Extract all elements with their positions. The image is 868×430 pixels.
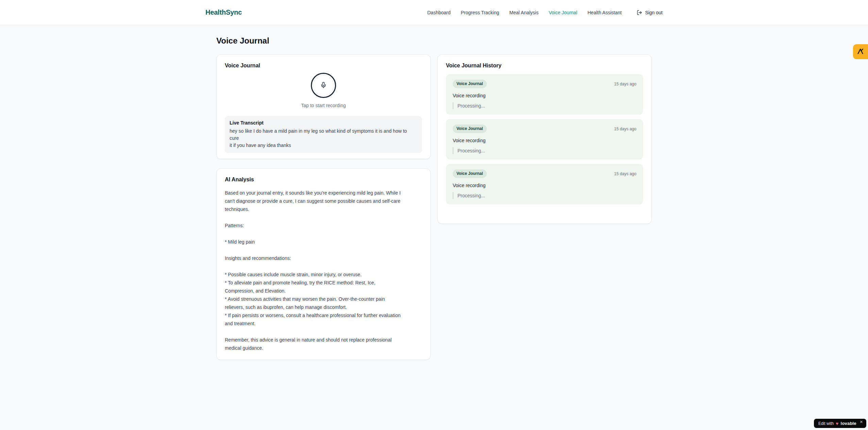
ai-analysis-card: AI Analysis Based on your journal entry,…: [216, 168, 431, 360]
log-out-icon: [637, 10, 642, 15]
sign-out-button[interactable]: Sign out: [637, 10, 663, 15]
edit-badge-brand: lovable: [841, 421, 856, 426]
right-column: Voice Journal History Voice Journal 15 d…: [437, 54, 652, 224]
recorder-body: Tap to start recording: [225, 73, 422, 108]
entry-label: Voice recording: [453, 137, 636, 144]
entry-label: Voice recording: [453, 92, 636, 99]
edit-badge-prefix: Edit with: [818, 421, 834, 426]
sign-out-label: Sign out: [645, 10, 663, 15]
entry-type-badge: Voice Journal: [453, 80, 487, 88]
nav-item-meal-analysis[interactable]: Meal Analysis: [510, 10, 539, 15]
entry-timestamp: 15 days ago: [614, 171, 636, 176]
ai-analysis-body: Based on your journal entry, it sounds l…: [225, 189, 422, 352]
entry-label: Voice recording: [453, 182, 636, 189]
brand-logo[interactable]: HealthSync: [205, 9, 242, 16]
entry-timestamp: 15 days ago: [614, 127, 636, 131]
main-nav: Dashboard Progress Tracking Meal Analysi…: [427, 10, 663, 15]
entry-header: Voice Journal 15 days ago: [453, 80, 636, 88]
history-entry[interactable]: Voice Journal 15 days ago Voice recordin…: [446, 119, 643, 160]
entry-header: Voice Journal 15 days ago: [453, 169, 636, 178]
live-transcript-title: Live Transcript: [230, 120, 417, 126]
nav-item-health-assistant[interactable]: Health Assistant: [587, 10, 621, 15]
live-transcript-box: Live Transcript hey so like I do have a …: [225, 116, 422, 153]
entry-type-badge: Voice Journal: [453, 125, 487, 133]
feedback-side-tab[interactable]: [853, 44, 868, 59]
tap-to-record-hint: Tap to start recording: [301, 103, 346, 108]
nav-item-dashboard[interactable]: Dashboard: [427, 10, 451, 15]
recorder-card-title: Voice Journal: [225, 63, 422, 69]
history-entry[interactable]: Voice Journal 15 days ago Voice recordin…: [446, 74, 643, 115]
entry-status: Processing...: [453, 192, 636, 199]
history-list: Voice Journal 15 days ago Voice recordin…: [446, 74, 643, 204]
left-column: Voice Journal Tap to start recording: [216, 54, 431, 360]
history-title: Voice Journal History: [446, 63, 643, 69]
live-transcript-text: hey so like I do have a mild pain in my …: [230, 128, 417, 149]
ai-analysis-title: AI Analysis: [225, 177, 422, 183]
record-button[interactable]: [311, 73, 336, 98]
nav-item-progress-tracking[interactable]: Progress Tracking: [461, 10, 499, 15]
content-columns: Voice Journal Tap to start recording: [216, 54, 652, 360]
nav-item-voice-journal[interactable]: Voice Journal: [549, 10, 577, 15]
edit-with-lovable-badge[interactable]: Edit with ♥ lovable ✕: [814, 419, 866, 428]
entry-timestamp: 15 days ago: [614, 82, 636, 86]
entry-status: Processing...: [453, 147, 636, 154]
heart-icon: ♥: [836, 421, 838, 426]
voice-journal-card: Voice Journal Tap to start recording: [216, 54, 431, 159]
side-tab-logo-icon: [857, 48, 864, 56]
entry-status: Processing...: [453, 102, 636, 109]
header-container: HealthSync Dashboard Progress Tracking M…: [205, 0, 663, 25]
entry-type-badge: Voice Journal: [453, 169, 487, 178]
entry-header: Voice Journal 15 days ago: [453, 125, 636, 133]
header: HealthSync Dashboard Progress Tracking M…: [0, 0, 868, 25]
page-title: Voice Journal: [216, 35, 652, 46]
voice-journal-history-card: Voice Journal History Voice Journal 15 d…: [437, 54, 652, 224]
history-entry[interactable]: Voice Journal 15 days ago Voice recordin…: [446, 164, 643, 204]
microphone-icon: [320, 82, 327, 89]
close-icon[interactable]: ✕: [860, 420, 863, 424]
main-content: Voice Journal Voice Journal: [216, 35, 652, 360]
